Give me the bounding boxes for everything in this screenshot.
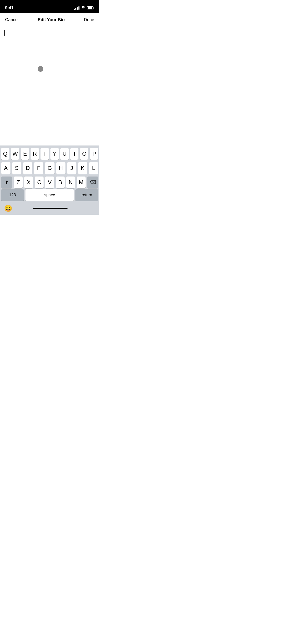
page-title: Edit Your Bio — [38, 17, 65, 22]
key-m[interactable]: M — [77, 177, 86, 188]
backspace-key[interactable]: ⌫ — [87, 177, 98, 188]
key-w[interactable]: W — [11, 148, 19, 160]
key-x[interactable]: X — [24, 177, 33, 188]
key-a[interactable]: A — [1, 162, 10, 174]
text-cursor — [4, 30, 5, 36]
keyboard-row-2: A S D F G H J K L — [1, 162, 98, 174]
key-k[interactable]: K — [78, 162, 87, 174]
return-key[interactable]: return — [75, 189, 98, 201]
keyboard: Q W E R T Y U I O P A S D F G H J K L ⬆ — [0, 145, 99, 215]
key-t[interactable]: T — [40, 148, 49, 160]
signal-bars-icon — [74, 6, 79, 10]
battery-icon — [87, 6, 94, 9]
key-b[interactable]: B — [56, 177, 65, 188]
key-q[interactable]: Q — [1, 148, 9, 160]
status-bar: 9:41 — [0, 0, 99, 13]
key-d[interactable]: D — [23, 162, 32, 174]
key-j[interactable]: J — [67, 162, 76, 174]
keyboard-row-1: Q W E R T Y U I O P — [1, 148, 98, 160]
keyboard-row-3: ⬆ Z X C V B N M ⌫ — [1, 177, 98, 188]
backspace-icon: ⌫ — [90, 180, 96, 185]
key-v[interactable]: V — [45, 177, 54, 188]
numbers-label: 123 — [9, 193, 16, 197]
drag-handle[interactable] — [38, 66, 43, 72]
shift-icon: ⬆ — [5, 180, 9, 185]
key-r[interactable]: R — [31, 148, 39, 160]
emoji-button[interactable]: 😀 — [4, 204, 12, 212]
key-u[interactable]: U — [60, 148, 69, 160]
key-p[interactable]: P — [90, 148, 98, 160]
nav-bar: Cancel Edit Your Bio Done — [0, 13, 99, 27]
home-indicator — [33, 208, 67, 209]
done-button[interactable]: Done — [84, 17, 94, 22]
key-l[interactable]: L — [89, 162, 98, 174]
key-c[interactable]: C — [35, 177, 44, 188]
key-f[interactable]: F — [34, 162, 43, 174]
svg-point-0 — [83, 9, 84, 9]
keyboard-bottom-row: 123 space return — [0, 189, 99, 201]
key-g[interactable]: G — [45, 162, 54, 174]
space-label: space — [44, 193, 55, 197]
return-label: return — [82, 193, 92, 197]
key-z[interactable]: Z — [14, 177, 23, 188]
key-n[interactable]: N — [66, 177, 75, 188]
key-h[interactable]: H — [56, 162, 65, 174]
key-o[interactable]: O — [80, 148, 88, 160]
space-key[interactable]: space — [25, 189, 74, 201]
key-i[interactable]: I — [70, 148, 79, 160]
key-y[interactable]: Y — [50, 148, 59, 160]
shift-key[interactable]: ⬆ — [1, 177, 12, 188]
emoji-bar: 😀 — [0, 202, 99, 215]
numbers-key[interactable]: 123 — [1, 189, 24, 201]
cancel-button[interactable]: Cancel — [5, 17, 19, 22]
wifi-icon — [81, 6, 85, 10]
keyboard-rows: Q W E R T Y U I O P A S D F G H J K L ⬆ — [0, 145, 99, 189]
key-e[interactable]: E — [21, 148, 29, 160]
status-icons — [74, 6, 94, 10]
bio-text-area[interactable] — [0, 27, 99, 111]
status-time: 9:41 — [5, 5, 13, 10]
key-s[interactable]: S — [12, 162, 21, 174]
